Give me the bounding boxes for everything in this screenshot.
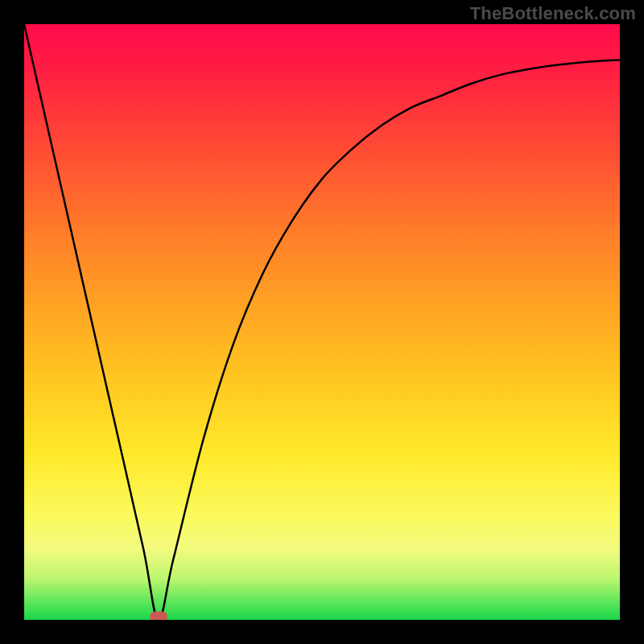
watermark-text: TheBottleneck.com [470, 3, 636, 24]
optimal-point-marker [150, 612, 167, 621]
curve-path [24, 24, 620, 620]
plot-area [24, 24, 620, 620]
bottleneck-curve [24, 24, 620, 620]
chart-frame: TheBottleneck.com [0, 0, 644, 644]
